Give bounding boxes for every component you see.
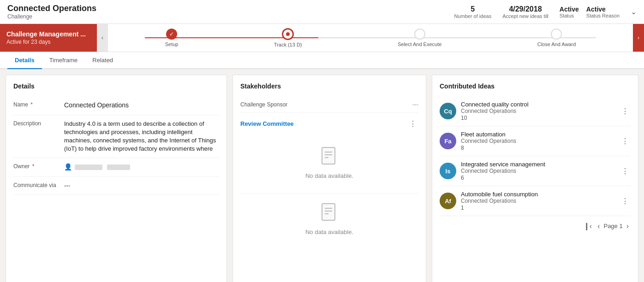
pagination-next-button[interactable]: › [625, 221, 631, 231]
challenge-panel-title: Challenge Management ... [6, 30, 90, 38]
field-label-communicate: Communicate via [13, 182, 64, 188]
ideas-count-meta: 5 Number of ideas [454, 5, 491, 19]
idea-org: Connected Operations [461, 198, 615, 204]
ideas-list: Cq Connected quality control Connected O… [440, 96, 631, 216]
idea-actions: ⋮ [620, 106, 631, 117]
nav-arrow-right[interactable]: › [633, 24, 644, 52]
sponsor-label: Challenge Sponsor [240, 101, 287, 108]
idea-count: 1 [461, 205, 615, 211]
avatar: Is [440, 163, 456, 179]
main-content: Details Name * Connected Operations Desc… [0, 69, 644, 282]
challenge-panel: Challenge Management ... Active for 23 d… [0, 24, 97, 52]
idea-title: Fleet automation [461, 131, 615, 138]
sponsor-value: --- [412, 101, 418, 108]
field-description: Description Industry 4.0 is a term used … [13, 115, 219, 159]
field-label-name: Name * [13, 101, 64, 108]
date-meta: 4/29/2018 Accept new ideas till [502, 5, 549, 19]
avatar: Af [440, 193, 456, 209]
idea-org: Connected Operations [461, 168, 615, 174]
idea-info: Connected quality control Connected Oper… [461, 101, 615, 121]
idea-ellipsis-button[interactable]: ⋮ [620, 196, 631, 206]
field-name: Name * Connected Operations [13, 96, 219, 115]
field-value-communicate: --- [64, 182, 219, 190]
step-circle-close [551, 29, 562, 40]
avatar: Fa [440, 133, 456, 149]
owner-name-blurred [75, 164, 102, 170]
header-left: Connected Operations Challenge [7, 4, 96, 20]
idea-actions: ⋮ [620, 196, 631, 206]
header-right: 5 Number of ideas 4/29/2018 Accept new i… [454, 5, 637, 19]
avatar: Cq [440, 103, 456, 119]
idea-actions: ⋮ [620, 166, 631, 176]
committee-no-data-text: No data available. [305, 172, 353, 179]
field-value-name: Connected Operations [64, 101, 219, 110]
idea-title: Automobile fuel consumption [461, 191, 615, 198]
committee-ellipsis-button[interactable]: ⋮ [407, 118, 418, 129]
idea-org: Connected Operations [461, 108, 615, 114]
committee-section-header: Review Committee ⋮ [240, 115, 418, 133]
ideas-count-label: Number of ideas [454, 13, 491, 19]
page-subtitle: Challenge [7, 13, 96, 20]
page-header: Connected Operations Challenge 5 Number … [0, 0, 644, 24]
list-item: Is Integrated service management Connect… [440, 156, 631, 186]
pagination-first-button[interactable]: ❙‹ [582, 221, 594, 231]
list-item: Af Automobile fuel consumption Connected… [440, 186, 631, 216]
step-circle-select [414, 29, 425, 40]
no-data-icon-2 [321, 203, 338, 225]
idea-actions: ⋮ [620, 136, 631, 147]
required-star-owner: * [32, 163, 35, 170]
step-track: Track (13 D) [274, 28, 302, 47]
owner-name-blurred2 [107, 164, 130, 170]
pagination-prev-button[interactable]: ‹ [596, 221, 602, 231]
idea-count: 6 [461, 175, 615, 181]
ideas-card-title: Contributed Ideas [440, 82, 631, 90]
step-label-close: Close And Award [537, 41, 576, 47]
date-value: 4/29/2018 [502, 5, 549, 13]
pagination-page-label: Page 1 [603, 223, 622, 229]
required-star-name: * [30, 101, 33, 108]
stakeholders-card: Stakeholders Challenge Sponsor --- Revie… [233, 75, 426, 282]
owner-row: 👤 [64, 163, 219, 172]
idea-count: 10 [461, 115, 615, 121]
challenge-panel-sub: Active for 23 days [6, 39, 90, 45]
page-title: Connected Operations [7, 4, 96, 13]
nav-arrow-left[interactable]: ‹ [97, 24, 108, 52]
idea-ellipsis-button[interactable]: ⋮ [620, 136, 631, 147]
steps-container: ✓ Setup Track (13 D) Select And Execute … [108, 24, 633, 52]
idea-count: 8 [461, 145, 615, 151]
sponsor-no-data-text: No data available. [305, 229, 353, 235]
step-label-track: Track (13 D) [274, 42, 302, 47]
field-value-description: Industry 4.0 is a term used to describe … [64, 120, 219, 153]
header-chevron-button[interactable]: ⌄ [631, 7, 637, 16]
step-select: Select And Execute [398, 29, 441, 47]
idea-info: Integrated service management Connected … [461, 161, 615, 181]
pagination: ❙‹ ‹ Page 1 › [440, 216, 631, 231]
idea-title: Integrated service management [461, 161, 615, 168]
tab-details[interactable]: Details [7, 52, 42, 69]
step-label-setup: Setup [165, 41, 179, 47]
details-card: Details Name * Connected Operations Desc… [6, 75, 227, 282]
process-bar: Challenge Management ... Active for 23 d… [0, 24, 644, 52]
list-item: Cq Connected quality control Connected O… [440, 96, 631, 126]
step-label-select: Select And Execute [398, 41, 441, 47]
svg-rect-4 [322, 204, 335, 220]
ideas-count-value: 5 [454, 5, 491, 13]
field-communicate: Communicate via --- [13, 177, 219, 195]
idea-ellipsis-button[interactable]: ⋮ [620, 166, 631, 176]
status-value: Active [560, 6, 579, 13]
idea-org: Connected Operations [461, 138, 615, 144]
date-label: Accept new ideas till [502, 13, 549, 19]
step-close: Close And Award [537, 29, 576, 47]
tab-timeframe[interactable]: Timeframe [42, 52, 85, 69]
step-circle-track [282, 28, 294, 40]
idea-ellipsis-button[interactable]: ⋮ [620, 106, 631, 117]
header-status: Active Status Active Status Reason [560, 6, 620, 18]
status-reason-item: Active Status Reason [586, 6, 620, 18]
status-reason-label: Status Reason [586, 13, 620, 18]
field-owner: Owner * 👤 [13, 158, 219, 177]
field-label-owner: Owner * [13, 163, 64, 170]
sponsor-row: Challenge Sponsor --- [240, 96, 418, 113]
ideas-card: Contributed Ideas Cq Connected quality c… [432, 75, 638, 282]
tab-related[interactable]: Related [85, 52, 120, 69]
field-value-owner: 👤 [64, 163, 219, 172]
